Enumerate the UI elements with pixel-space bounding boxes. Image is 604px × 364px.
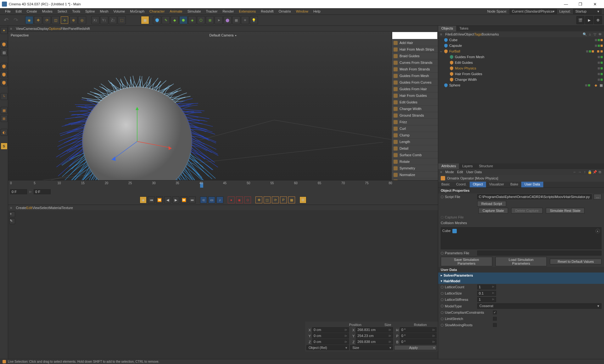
view-menu-display[interactable]: Display <box>37 27 49 30</box>
ornatrix-item-guides-from-hair[interactable]: Guides From Hair <box>392 86 438 92</box>
close-button[interactable]: ✕ <box>588 0 602 8</box>
render-view[interactable]: ▦ <box>141 16 149 24</box>
timeline[interactable]: 05101520253035404550556065707580 <box>8 180 438 188</box>
timeline-settings[interactable]: ⚙ <box>299 196 306 203</box>
parameters-file-field[interactable] <box>477 251 601 256</box>
pos-x[interactable]: 0 cm⊳ <box>312 327 349 333</box>
next-key[interactable]: ⏩ <box>181 196 187 203</box>
record-auto[interactable]: ◉ <box>236 196 243 203</box>
ornatrix-item-mesh-from-strands[interactable]: Mesh From Strands <box>392 66 438 73</box>
subtab-visualizer[interactable]: Visualizer <box>486 182 507 187</box>
check-limitstretch[interactable] <box>493 317 497 321</box>
nav-up-icon[interactable]: ↑ <box>583 170 587 174</box>
add-null[interactable]: 💡 <box>250 16 258 24</box>
tree-item-change-width[interactable]: Change Width <box>438 77 604 82</box>
obj-menu-tags[interactable]: Tags <box>474 32 482 36</box>
ornatrix-item-braid-guides[interactable]: Braid Guides <box>392 53 438 59</box>
reload-script-button[interactable]: Reload Script <box>477 201 506 207</box>
ornatrix-item-edit-guides[interactable]: Edit Guides <box>392 99 438 106</box>
menu-character[interactable]: Character <box>147 8 167 14</box>
sound-toggle[interactable]: ♪ <box>216 196 223 203</box>
menu-simulate[interactable]: Simulate <box>185 8 204 14</box>
render-settings[interactable]: ⚙ <box>594 16 602 24</box>
menu-window[interactable]: Window <box>294 8 311 14</box>
add-floor[interactable]: ▦ <box>232 16 240 24</box>
z-axis-lock[interactable]: Z↕ <box>109 16 117 24</box>
view-menu-panel[interactable]: Panel <box>68 27 77 30</box>
move-tool[interactable]: ✥ <box>34 16 42 24</box>
model-mode[interactable]: ✦ <box>1 27 8 34</box>
attr-menu-mode[interactable]: Mode <box>445 170 454 174</box>
tab-attributes[interactable]: Attributes <box>438 163 459 169</box>
check-slowmovingroots[interactable] <box>493 323 497 327</box>
render-button[interactable]: 🎬 <box>576 16 584 24</box>
add-mograph[interactable]: ⊞ <box>206 16 214 24</box>
tab-takes[interactable]: Takes <box>456 26 472 31</box>
view-menu-view[interactable]: View <box>16 27 23 30</box>
menu-tools[interactable]: Tools <box>70 8 83 14</box>
x-axis-lock[interactable]: X↕ <box>91 16 99 24</box>
subtab-basic[interactable]: Basic <box>438 182 453 187</box>
key-param[interactable]: P <box>280 196 287 203</box>
poly-mode[interactable] <box>1 79 8 86</box>
ornatrix-shelf[interactable]: S <box>1 143 8 150</box>
subtab-coord[interactable]: Coord. <box>453 182 470 187</box>
search-icon[interactable]: 🔍 <box>583 32 587 36</box>
collision-meshes-drop[interactable]: Cube ▸ <box>441 227 601 249</box>
script-file-browse[interactable]: … <box>594 194 601 200</box>
add-camera[interactable]: ➤ <box>215 16 223 24</box>
view-menu-cameras[interactable]: Cameras <box>23 27 37 30</box>
size-x[interactable]: 268.831 cm⊳ <box>356 327 393 333</box>
menu-tracker[interactable]: Tracker <box>204 8 220 14</box>
mat-menu-material[interactable]: Material <box>49 206 62 210</box>
size-y[interactable]: 254.23 cm⊳ <box>356 333 393 339</box>
y-axis-lock[interactable]: Y↕ <box>100 16 108 24</box>
pin-icon[interactable]: 📌 <box>593 170 597 174</box>
viewport-solo[interactable]: ▦ <box>1 107 8 114</box>
time-current[interactable] <box>34 189 51 194</box>
rotate-tool[interactable]: ⟳ <box>43 16 51 24</box>
mat-menu-edit[interactable]: Edit <box>26 206 32 210</box>
rot-p[interactable]: 0 °⊳ <box>400 333 437 339</box>
ornatrix-item-guides-from-curves[interactable]: Guides From Curves <box>392 79 438 86</box>
rot-h[interactable]: 0 °⊳ <box>400 327 437 333</box>
tree-item-hair-from-guides[interactable]: Hair From Guides <box>438 71 604 77</box>
tree-item-moov-physics[interactable]: Moov Physics <box>438 65 604 71</box>
loop-toggle[interactable]: ⊂ <box>200 196 207 203</box>
snap-toggle[interactable]: ⊞ <box>1 115 8 122</box>
subtab-object[interactable]: Object <box>470 182 486 187</box>
attr-menu-userdata[interactable]: User Data <box>466 170 482 174</box>
point-mode[interactable] <box>1 63 8 70</box>
menu-redshift[interactable]: Redshift <box>258 8 276 14</box>
model-type-select[interactable]: Cosserat▾ <box>477 303 601 309</box>
ornatrix-item-curl[interactable]: Curl <box>392 125 438 132</box>
drop-nav-icon[interactable]: ▸ <box>596 229 600 233</box>
ornatrix-search[interactable] <box>392 32 437 39</box>
key-rot[interactable]: ⟳ <box>272 196 279 203</box>
axis-tool[interactable]: ⊕ <box>69 16 77 24</box>
add-field[interactable]: ◈ <box>188 16 196 24</box>
node-space-combo[interactable]: Current (Standard/Physica▾ <box>510 9 557 14</box>
redo-button[interactable]: ↷ <box>12 17 20 24</box>
attr-menu-edit[interactable]: Edit <box>457 170 463 174</box>
capture-state-button[interactable]: Capture State <box>478 208 508 213</box>
world-axis[interactable]: ⬚ <box>118 16 126 24</box>
menu-help[interactable]: Help <box>311 8 323 14</box>
menu-edit[interactable]: Edit <box>13 8 24 14</box>
script-file-field[interactable] <box>477 194 592 199</box>
simulate-rest-button[interactable]: Simulate Rest State <box>546 208 584 213</box>
play-fwd[interactable]: ▶ <box>172 196 179 203</box>
menu-spline[interactable]: Spline <box>83 8 98 14</box>
live-selection-tool[interactable]: ◉ <box>25 16 33 24</box>
lock-icon[interactable]: 🔒 <box>588 170 592 174</box>
ornatrix-item-guides-from-mesh[interactable]: Guides From Mesh <box>392 73 438 79</box>
range-toggle[interactable]: ▭ <box>208 196 215 203</box>
key-pos[interactable]: ✥ <box>255 196 262 203</box>
add-generator[interactable]: ◆ <box>171 16 179 24</box>
subtab-user data[interactable]: User Data <box>521 182 543 187</box>
ornatrix-item-normalize[interactable]: Normalize <box>392 172 438 178</box>
mat-menu-view[interactable]: View <box>32 206 40 210</box>
menu-modes[interactable]: Modes <box>40 8 55 14</box>
prev-key[interactable]: ⏪ <box>156 196 163 203</box>
menu-mograph[interactable]: MoGraph <box>127 8 147 14</box>
